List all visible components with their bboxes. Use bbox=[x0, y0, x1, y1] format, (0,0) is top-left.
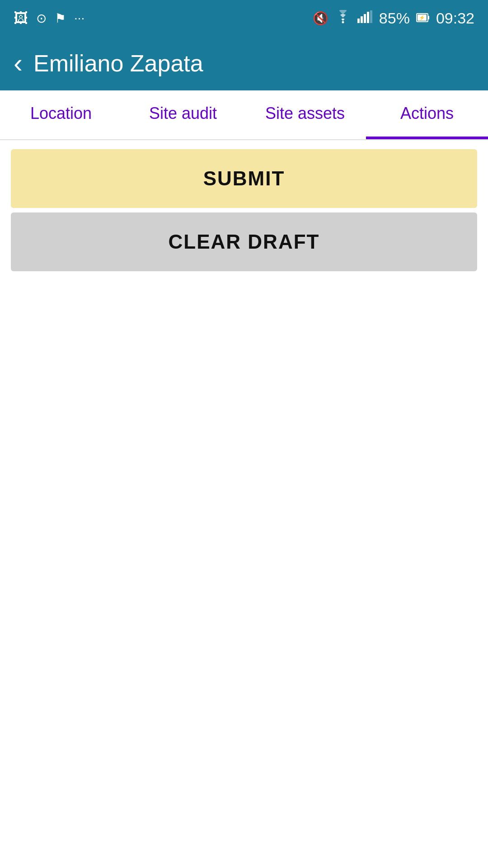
status-bar: 🖼 ⊙ ⚑ ··· 🔇 85% bbox=[0, 0, 488, 36]
svg-rect-4 bbox=[367, 12, 369, 23]
back-button[interactable]: ‹ bbox=[14, 50, 23, 77]
svg-text:⚡: ⚡ bbox=[419, 14, 425, 21]
battery-icon: ⚡ bbox=[416, 10, 430, 27]
status-bar-left-icons: 🖼 ⊙ ⚑ ··· bbox=[14, 10, 84, 27]
toolbar: ‹ Emiliano Zapata bbox=[0, 36, 488, 90]
page-title: Emiliano Zapata bbox=[33, 50, 203, 77]
wifi-icon bbox=[335, 10, 351, 27]
tab-site-assets[interactable]: Site assets bbox=[244, 90, 366, 139]
svg-point-0 bbox=[342, 21, 344, 23]
clock-icon: ⊙ bbox=[36, 11, 47, 26]
svg-rect-2 bbox=[361, 16, 363, 23]
time: 09:32 bbox=[436, 9, 474, 27]
tab-site-audit[interactable]: Site audit bbox=[122, 90, 244, 139]
battery-percentage: 85% bbox=[379, 9, 410, 27]
more-icon: ··· bbox=[74, 11, 84, 25]
svg-rect-7 bbox=[428, 16, 429, 19]
tab-actions[interactable]: Actions bbox=[366, 90, 488, 139]
image-icon: 🖼 bbox=[14, 10, 28, 27]
tab-bar: Location Site audit Site assets Actions bbox=[0, 90, 488, 140]
status-bar-right-icons: 🔇 85% ⚡ bbox=[313, 9, 474, 27]
mute-icon: 🔇 bbox=[313, 11, 328, 26]
submit-button[interactable]: SUBMIT bbox=[11, 149, 477, 208]
svg-rect-5 bbox=[370, 10, 372, 23]
flag-icon: ⚑ bbox=[55, 11, 66, 26]
svg-rect-3 bbox=[364, 14, 366, 23]
clear-draft-button[interactable]: CLEAR DRAFT bbox=[11, 212, 477, 271]
svg-rect-1 bbox=[357, 19, 360, 23]
actions-content: SUBMIT CLEAR DRAFT bbox=[0, 140, 488, 280]
tab-location[interactable]: Location bbox=[0, 90, 122, 139]
signal-icon bbox=[357, 10, 373, 26]
